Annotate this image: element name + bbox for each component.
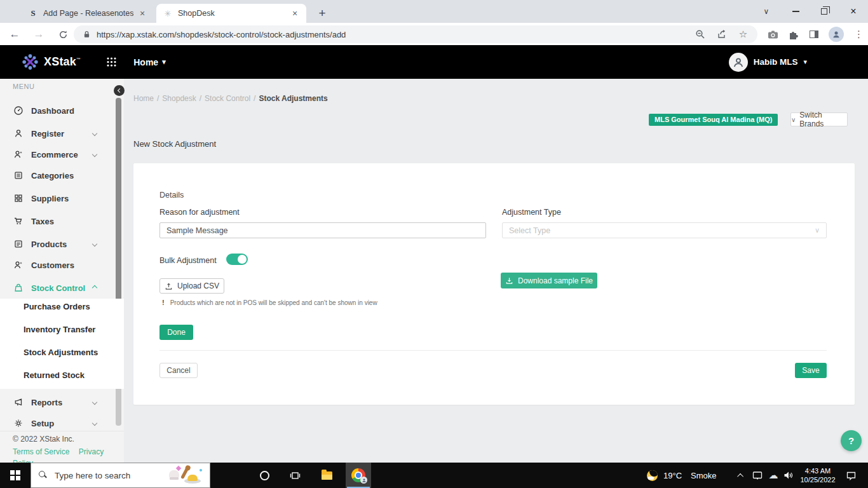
sidebar-item-dashboard[interactable]: Dashboard	[0, 104, 114, 118]
download-icon	[505, 276, 513, 285]
sidebar-item-suppliers[interactable]: Suppliers	[0, 191, 114, 205]
task-view-button[interactable]	[284, 463, 306, 488]
weather-text: 19°C Smoke	[663, 471, 717, 480]
nav-home[interactable]: Home ▾	[133, 57, 165, 67]
chrome-taskbar-button[interactable]	[346, 463, 371, 488]
moon-weather-icon	[647, 470, 658, 481]
window-minimize-button[interactable]	[781, 0, 810, 23]
sidebar-item-reports[interactable]: Reports	[0, 395, 114, 409]
close-tab-icon[interactable]: ×	[137, 8, 147, 18]
forward-button[interactable]: →	[31, 26, 47, 43]
warning-text: Products which are not in POS will be sk…	[170, 299, 377, 306]
sidebar-collapse-button[interactable]	[114, 85, 125, 96]
xstak-logo-icon	[22, 53, 39, 71]
sidebar-item-setup[interactable]: Setup	[0, 416, 114, 430]
camera-icon[interactable]	[768, 29, 778, 40]
sidebar-item-purchase-orders[interactable]: Purchase Orders	[24, 302, 90, 311]
save-button[interactable]: Save	[795, 363, 827, 378]
sidebar-item-stock-adjustments[interactable]: Stock Adjustments	[24, 348, 98, 357]
switch-brands-button[interactable]: ∨ Switch Brands	[790, 112, 848, 126]
done-button[interactable]: Done	[159, 325, 193, 340]
tab-shopdesk[interactable]: ✳ ShopDesk ×	[156, 4, 306, 23]
close-tab-icon[interactable]: ×	[290, 8, 300, 18]
download-sample-button[interactable]: Download sample File	[501, 273, 597, 288]
sidebar-item-label: Setup	[31, 419, 54, 428]
terms-of-service-link[interactable]: Terms of Service	[13, 447, 69, 456]
list-icon	[13, 170, 24, 180]
browser-profile-avatar[interactable]	[829, 27, 844, 42]
windows-taskbar: Type here to search 19°C Smoke	[0, 463, 868, 488]
apps-grid-icon[interactable]	[106, 57, 117, 67]
browser-menu-icon[interactable]: ⋮	[853, 29, 864, 40]
breadcrumb-stock-control[interactable]: Stock Control	[205, 94, 250, 103]
sidebar-item-label: Register	[31, 129, 64, 139]
sidebar-item-label: Dashboard	[31, 106, 74, 116]
bookmark-star-icon[interactable]: ☆	[738, 29, 749, 40]
tray-expand-button[interactable]	[733, 463, 749, 488]
upload-csv-button[interactable]: Upload CSV	[159, 278, 224, 294]
back-button[interactable]: ←	[6, 26, 23, 43]
csv-warning: ! Products which are not in POS will be …	[162, 299, 377, 306]
tab-search-chevron-icon[interactable]: ∨	[752, 0, 781, 23]
sidebar-item-label: Stock Control	[31, 283, 85, 293]
action-center-button[interactable]	[840, 463, 862, 488]
taskbar-weather[interactable]: 19°C Smoke	[647, 463, 717, 488]
sidebar-item-inventory-transfer[interactable]: Inventory Transfer	[24, 325, 95, 334]
sidebar-item-register[interactable]: Register	[0, 126, 114, 140]
breadcrumb-home[interactable]: Home	[133, 94, 154, 103]
app-header: XStak™ Home ▾ Habib MLS ▾	[0, 45, 868, 79]
cortana-button[interactable]	[254, 463, 275, 488]
sidebar-item-customers[interactable]: Customers	[0, 258, 114, 272]
cart-icon	[13, 216, 24, 226]
start-button[interactable]	[0, 463, 31, 488]
new-tab-button[interactable]: +	[314, 5, 330, 22]
window-close-button[interactable]: ×	[839, 0, 868, 23]
reload-button[interactable]	[55, 26, 71, 43]
sidebar-item-taxes[interactable]: Taxes	[0, 214, 114, 228]
extensions-puzzle-icon[interactable]	[788, 29, 799, 40]
nav-home-label: Home	[133, 57, 158, 67]
tab-releasenotes[interactable]: S Add Page - Releasenotes Shopde ×	[23, 4, 153, 23]
side-panel-icon[interactable]	[808, 29, 819, 40]
file-explorer-button[interactable]	[316, 463, 337, 488]
lock-icon	[83, 30, 91, 39]
breadcrumb-shopdesk[interactable]: Shopdesk	[162, 94, 196, 103]
user-menu[interactable]: Habib MLS ▾	[729, 53, 807, 72]
releasenotes-favicon: S	[28, 8, 38, 18]
grid-icon	[13, 193, 24, 203]
url-omnibox[interactable]: https://xap.xstak.com/shopdesk/stock-con…	[74, 25, 757, 43]
adjustment-type-select[interactable]: Select Type ∨	[502, 222, 827, 238]
window-restore-button[interactable]	[810, 0, 839, 23]
customers-icon	[13, 260, 24, 270]
volume-tray-icon[interactable]	[781, 463, 796, 488]
url-text: https://xap.xstak.com/shopdesk/stock-con…	[97, 30, 695, 39]
reason-input[interactable]	[159, 222, 486, 238]
bulk-adjustment-label: Bulk Adjustment	[159, 256, 217, 265]
search-highlight-image	[168, 466, 205, 485]
taskbar-search-box[interactable]: Type here to search	[31, 463, 210, 488]
xstak-brand[interactable]: XStak™	[22, 53, 81, 71]
taskbar-clock[interactable]: 4:43 AM 10/25/2022	[796, 463, 840, 488]
zoom-out-icon[interactable]	[695, 29, 705, 40]
sidebar-item-ecommerce[interactable]: Ecommerce	[0, 147, 114, 161]
bulk-adjustment-toggle[interactable]	[226, 254, 248, 265]
sidebar-item-categories[interactable]: Categories	[0, 168, 114, 182]
onedrive-tray-icon[interactable]: ☁	[766, 463, 781, 488]
help-button[interactable]: ?	[841, 430, 862, 451]
sidebar-item-stock-control[interactable]: Stock Control	[0, 281, 114, 295]
chevron-down-icon: ∨	[791, 116, 796, 123]
share-icon[interactable]	[716, 29, 727, 40]
chevron-up-icon	[92, 285, 97, 290]
breadcrumb-current: Stock Adjustments	[259, 94, 327, 103]
select-placeholder: Select Type	[509, 226, 550, 235]
sidebar-item-label: Categories	[31, 171, 74, 180]
copyright-text: © 2022 XStak Inc.	[13, 435, 124, 444]
cancel-button[interactable]: Cancel	[159, 363, 198, 378]
chevron-down-icon	[92, 131, 97, 136]
sidebar-item-products[interactable]: Products	[0, 237, 114, 251]
sidebar-item-returned-stock[interactable]: Returned Stock	[24, 370, 85, 380]
person-icon	[13, 128, 24, 139]
dashboard-icon	[13, 105, 24, 116]
cast-tray-icon[interactable]	[750, 463, 765, 488]
upload-icon	[165, 282, 173, 290]
